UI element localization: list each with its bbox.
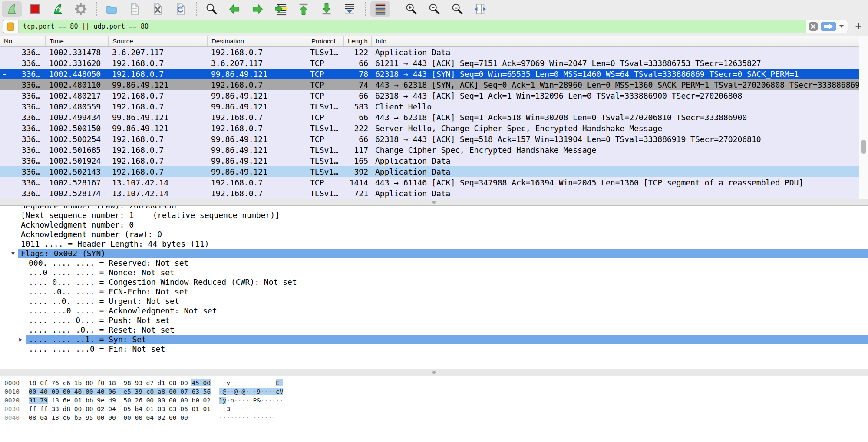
colorize-packets-button[interactable] bbox=[370, 1, 390, 17]
capture-options-button[interactable] bbox=[71, 1, 91, 17]
packet-row[interactable]: 336…1002.331620192.168.0.73.6.207.117TCP… bbox=[0, 58, 868, 69]
hex-ascii[interactable]: ··v····· ······E· bbox=[219, 379, 283, 387]
cell-source: 192.168.0.7 bbox=[109, 145, 208, 155]
packet-row[interactable]: 336…1002.480559192.168.0.799.86.49.121TL… bbox=[0, 101, 868, 112]
packet-row[interactable]: 336…1002.50015099.86.49.121192.168.0.7TL… bbox=[0, 123, 868, 134]
apply-filter-icon[interactable] bbox=[821, 22, 836, 31]
hex-row[interactable]: 004008 0a 13 e6 b5 95 00 00 00 00 04 02 … bbox=[0, 413, 868, 422]
toolbar-separator bbox=[196, 2, 197, 16]
column-header-destination[interactable]: Destination bbox=[208, 36, 307, 46]
resize-columns-button[interactable] bbox=[470, 1, 490, 17]
cell-protocol: TLSv1… bbox=[307, 101, 344, 112]
column-header-no[interactable]: No. bbox=[0, 36, 46, 46]
reload-capture-file-button[interactable] bbox=[171, 1, 191, 17]
add-filter-button[interactable]: + bbox=[852, 20, 865, 33]
hex-row[interactable]: 001000 40 00 00 40 00 40 06 e5 39 c0 a8 … bbox=[0, 387, 868, 396]
details-line[interactable]: 1011 .... = Header Length: 44 bytes (11) bbox=[0, 239, 868, 249]
start-capture-button[interactable] bbox=[2, 1, 22, 17]
details-line[interactable]: Acknowledgment number: 0 bbox=[0, 220, 868, 230]
details-hex-splitter[interactable] bbox=[0, 369, 868, 376]
cell-time: 1002.528174 bbox=[46, 188, 109, 199]
hex-ascii[interactable]: ·@··@·@· ·9····cV bbox=[219, 387, 283, 396]
zoom-out-button[interactable] bbox=[424, 1, 444, 17]
column-header-length[interactable]: Length bbox=[344, 36, 372, 46]
filter-bookmark-button[interactable] bbox=[3, 20, 19, 33]
packet-row[interactable]: 336…1002.52817413.107.42.14192.168.0.7TL… bbox=[0, 188, 868, 199]
packet-row[interactable]: 336…1002.52816713.107.42.14192.168.0.7TC… bbox=[0, 177, 868, 188]
cell-info: Client Hello bbox=[372, 101, 859, 112]
packet-row[interactable]: 336…1002.480217192.168.0.799.86.49.121TC… bbox=[0, 90, 868, 101]
details-line[interactable]: .... .... ...0 = Fin: Not set bbox=[0, 344, 868, 354]
expand-triangle-icon[interactable]: ▶ bbox=[19, 335, 23, 344]
open-capture-file-button[interactable] bbox=[102, 1, 122, 17]
display-filter-input[interactable] bbox=[19, 20, 806, 33]
list-details-splitter[interactable] bbox=[0, 199, 868, 206]
chevron-down-icon[interactable] bbox=[839, 25, 844, 28]
filter-toolbar: + bbox=[0, 18, 868, 36]
go-back-button[interactable] bbox=[224, 1, 244, 17]
details-line[interactable]: .... ..0. .... = Urgent: Not set bbox=[0, 297, 868, 306]
details-line-text: .... .0.. .... = ECN-Echo: Not set bbox=[29, 287, 188, 296]
column-header-source[interactable]: Source bbox=[109, 36, 208, 46]
details-line[interactable]: .... 0... .... = Congestion Window Reduc… bbox=[0, 277, 868, 287]
hex-bytes[interactable]: 08 0a 13 e6 b5 95 00 00 00 00 04 02 00 0… bbox=[29, 413, 188, 422]
cell-destination: 99.86.49.121 bbox=[208, 90, 307, 101]
details-line[interactable]: Sequence number (raw): 2665041958 bbox=[0, 206, 868, 211]
save-capture-file-button[interactable] bbox=[125, 1, 145, 17]
cell-time: 1002.448050 bbox=[46, 69, 109, 79]
cell-destination: 192.168.0.7 bbox=[208, 188, 307, 199]
column-header-protocol[interactable]: Protocol bbox=[307, 36, 344, 46]
details-line[interactable]: ...0 .... .... = Nonce: Not set bbox=[0, 268, 868, 277]
details-line[interactable]: Acknowledgment number (raw): 0 bbox=[0, 230, 868, 239]
details-line[interactable]: ▼Flags: 0x002 (SYN) bbox=[0, 249, 868, 258]
details-line[interactable]: 000. .... .... = Reserved: Not set bbox=[0, 258, 868, 268]
details-line[interactable]: ▶.... .... ..1. = Syn: Set bbox=[0, 335, 868, 344]
hex-bytes[interactable]: ff ff 33 d8 00 00 02 04 05 b4 01 03 03 0… bbox=[29, 405, 211, 413]
packet-list-scrollbar[interactable] bbox=[859, 36, 868, 199]
go-forward-button[interactable] bbox=[248, 1, 267, 17]
cell-protocol: TCP bbox=[307, 58, 344, 69]
packet-row[interactable]: 336…1002.48011099.86.49.121192.168.0.7TC… bbox=[0, 79, 868, 90]
zoom-in-button[interactable] bbox=[401, 1, 421, 17]
clear-filter-icon[interactable] bbox=[809, 22, 818, 31]
column-header-info[interactable]: Info bbox=[372, 36, 868, 46]
details-line[interactable]: .... .0.. .... = ECN-Echo: Not set bbox=[0, 287, 868, 297]
collapse-triangle-icon[interactable]: ▼ bbox=[11, 249, 15, 258]
find-packet-button[interactable] bbox=[201, 1, 221, 17]
packet-row[interactable]: 336…1002.448050192.168.0.799.86.49.121TC… bbox=[0, 69, 868, 79]
cell-time: 1002.501924 bbox=[46, 155, 109, 166]
zoom-normal-size-button[interactable] bbox=[447, 1, 467, 17]
go-to-packet-button[interactable] bbox=[271, 1, 290, 17]
packet-row[interactable]: 336…1002.501924192.168.0.799.86.49.121TL… bbox=[0, 155, 868, 166]
hex-row[interactable]: 000018 0f 76 c6 1b 80 f0 18 98 93 d7 d1 … bbox=[0, 379, 868, 387]
go-to-last-packet-button[interactable] bbox=[317, 1, 337, 17]
details-line-text: .... .... .0.. = Reset: Not set bbox=[29, 325, 175, 334]
hex-row[interactable]: 002031 79 f3 6e 01 bb 9e d9 50 26 00 00 … bbox=[0, 396, 868, 405]
close-capture-file-button[interactable] bbox=[148, 1, 168, 17]
details-line[interactable]: [Next sequence number: 1 (relative seque… bbox=[0, 211, 868, 220]
hex-ascii[interactable]: ··3····· ········ bbox=[219, 405, 283, 413]
cell-length: 392 bbox=[344, 166, 372, 177]
column-header-time[interactable]: Time bbox=[46, 36, 109, 46]
auto-scroll-button[interactable] bbox=[340, 1, 360, 17]
packet-row[interactable]: 336…1002.501685192.168.0.799.86.49.121TL… bbox=[0, 145, 868, 155]
hex-bytes[interactable]: 31 79 f3 6e 01 bb 9e d9 50 26 00 00 00 0… bbox=[29, 396, 211, 405]
hex-bytes[interactable]: 18 0f 76 c6 1b 80 f0 18 98 93 d7 d1 08 0… bbox=[29, 379, 211, 387]
hex-ascii[interactable]: ········ ······ bbox=[219, 413, 276, 422]
details-line[interactable]: .... ...0 .... = Acknowledgment: Not set bbox=[0, 306, 868, 316]
packet-row[interactable]: 336…1002.49943499.86.49.121192.168.0.7TC… bbox=[0, 112, 868, 123]
wireshark-window: + No.TimeSourceDestinationProtocolLength… bbox=[0, 0, 868, 442]
restart-capture-button[interactable] bbox=[48, 1, 68, 17]
details-line[interactable]: .... .... .0.. = Reset: Not set bbox=[0, 325, 868, 335]
go-to-first-packet-button[interactable] bbox=[294, 1, 314, 17]
hex-bytes[interactable]: 00 40 00 00 40 00 40 06 e5 39 c0 a8 00 0… bbox=[29, 387, 211, 396]
scrollbar-thumb[interactable] bbox=[861, 140, 866, 154]
cell-info: Application Data bbox=[372, 188, 859, 199]
hex-row[interactable]: 0030ff ff 33 d8 00 00 02 04 05 b4 01 03 … bbox=[0, 405, 868, 413]
details-line[interactable]: .... .... 0... = Push: Not set bbox=[0, 316, 868, 325]
packet-row[interactable]: 336…1002.500254192.168.0.799.86.49.121TC… bbox=[0, 134, 868, 145]
stop-capture-button[interactable] bbox=[25, 1, 45, 17]
packet-row[interactable]: 336…1002.3314783.6.207.117192.168.0.7TLS… bbox=[0, 47, 868, 58]
packet-row[interactable]: 336…1002.502143192.168.0.799.86.49.121TL… bbox=[0, 166, 868, 177]
hex-ascii[interactable]: 1y·n···· P&······ bbox=[219, 396, 283, 405]
